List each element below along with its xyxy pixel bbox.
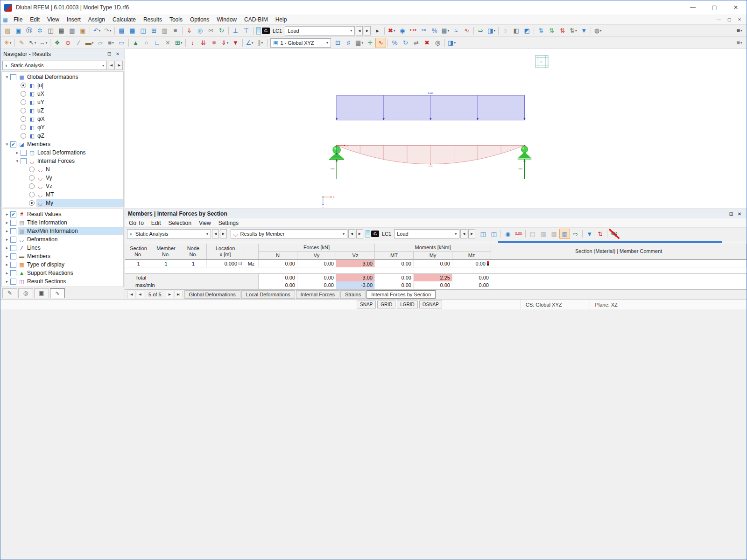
checkbox[interactable]	[10, 253, 16, 259]
option-support-reactions[interactable]: ▸ Support Reactions	[2, 269, 123, 277]
table-cell[interactable]: 0.00	[375, 281, 414, 289]
checkbox[interactable]	[10, 141, 16, 147]
dlubal-account-icon[interactable]: Ⓓ▾	[24, 26, 35, 36]
totals-max-row[interactable]: Total 0.000.003.000.002.250.00	[125, 274, 747, 281]
table-cell[interactable]: 0.00	[297, 260, 336, 267]
navigator-tab-views-icon[interactable]: ▣	[34, 288, 49, 298]
checkbox[interactable]	[10, 220, 16, 226]
printout-report-icon[interactable]: ▥▾	[159, 26, 170, 36]
new-line-icon[interactable]: ∕▾	[73, 38, 84, 48]
results-by-next[interactable]: ▶	[356, 229, 363, 238]
isometric-view-icon[interactable]: ◩▾	[521, 26, 532, 36]
copy-icon[interactable]: ▣▾	[78, 26, 88, 36]
hscrollbar-thumb[interactable]	[498, 241, 722, 243]
panel-toggle-icon[interactable]: ◨▾	[486, 26, 497, 36]
new-model-icon[interactable]: ▣▾	[13, 26, 24, 36]
lc-next-button[interactable]: ▶	[364, 26, 371, 35]
first-page-button[interactable]: |◀	[127, 291, 135, 298]
sort-z-icon[interactable]: ⇅▾	[557, 26, 568, 36]
tree-item-uy[interactable]: uY	[2, 98, 123, 106]
table-cell[interactable]: 0.00	[375, 260, 414, 267]
measure-icon[interactable]: ∠▾	[244, 38, 255, 48]
radio-button[interactable]	[21, 125, 26, 130]
model-view[interactable]: 2.000	[125, 49, 747, 209]
member-load-icon[interactable]: ⇊▾	[198, 38, 209, 48]
col-comment[interactable]: Section (Material) | Member Comment	[491, 244, 747, 259]
delete-results-icon[interactable]: ✖▾	[386, 26, 397, 36]
expander-icon[interactable]: ▸	[4, 220, 10, 225]
analysis-type-combo[interactable]: ◐ Static Analysis ▾	[2, 61, 107, 70]
panel-menu-item[interactable]: Selection	[165, 218, 195, 227]
col-location[interactable]: Location x [m]	[207, 244, 244, 259]
minimize-button[interactable]: —	[682, 0, 704, 14]
radio-button[interactable]	[21, 108, 26, 113]
view-3d-icon[interactable]: ▤▾	[116, 26, 127, 36]
radio-button[interactable]	[21, 91, 26, 97]
expander-icon[interactable]: ▸	[4, 237, 10, 242]
radio-button[interactable]	[21, 99, 26, 105]
rotate-view-icon[interactable]: ↻▾	[400, 38, 411, 48]
menu-item[interactable]: Options	[186, 14, 213, 24]
view-cube[interactable]: -Y	[536, 55, 548, 68]
tree-item-uz[interactable]: uZ	[2, 106, 123, 115]
col-group-moments[interactable]: Moments [kNm]	[375, 244, 491, 252]
plane-snap-icon[interactable]: ♯▾	[343, 38, 354, 48]
menu-item[interactable]: Assign	[85, 14, 109, 24]
filter-table-icon[interactable]: ▼▾	[584, 229, 595, 239]
coordinate-system-status[interactable]: CS: Global XYZ	[521, 300, 567, 309]
section-library-icon[interactable]: ⊥▾	[230, 26, 241, 36]
table-cell[interactable]: 3.00	[336, 274, 375, 281]
col-mt[interactable]: MT	[375, 252, 414, 259]
table-cell[interactable]: 0.00	[414, 260, 452, 267]
extremes-icon[interactable]: ⇅▾	[595, 229, 606, 239]
work-plane-icon[interactable]: ⊡▾	[332, 38, 343, 48]
checkbox[interactable]	[10, 211, 16, 217]
expander-icon[interactable]: ▸	[4, 279, 10, 284]
smoothing-icon[interactable]: ≈▾	[451, 26, 461, 36]
nodal-load-icon[interactable]: ↓▾	[187, 38, 198, 48]
result-diagram-icon[interactable]: ∿▾	[461, 26, 472, 36]
col-node[interactable]: Node No.	[180, 244, 207, 259]
table-tab[interactable]: Global Deformations	[184, 290, 240, 299]
col-group-forces[interactable]: Forces [kN]	[259, 244, 375, 252]
guideline-icon[interactable]: ∥▾	[255, 38, 266, 48]
levels-icon[interactable]: ⊤▾	[241, 26, 252, 36]
checkbox[interactable]	[10, 245, 16, 251]
table-cell[interactable]: 0.00	[297, 274, 336, 281]
expander-icon[interactable]: ▾	[14, 159, 21, 163]
toolbar2-overflow-icon[interactable]: ≡▾	[734, 38, 745, 48]
navigator-header[interactable]: Navigator - Results ⊡ ✕	[0, 49, 125, 59]
table-cell[interactable]: 1	[152, 260, 180, 267]
tree-item-phiz[interactable]: φZ	[2, 132, 123, 140]
snap-toggle-button[interactable]: GRID	[377, 301, 395, 308]
panels-icon[interactable]: ◫▾	[45, 26, 56, 36]
clipping-box-icon[interactable]: ◧▾	[511, 26, 521, 36]
table-cell[interactable]: 0.00	[414, 281, 452, 289]
prev-page-button[interactable]: ◀	[136, 291, 144, 298]
tree-item-internal-forces[interactable]: ▾ Internal Forces	[2, 157, 123, 165]
analysis-next-button[interactable]: ▶	[116, 61, 123, 70]
result-table-icon[interactable]: ▦▾	[440, 26, 451, 36]
tree-item-members[interactable]: ▾ Members	[2, 140, 123, 148]
delete-loads-icon[interactable]: ✖▾	[422, 38, 432, 48]
radio-button[interactable]	[29, 192, 35, 197]
menu-item[interactable]: Results	[140, 14, 166, 24]
toolbar-overflow-icon[interactable]: ≡▾	[734, 26, 745, 36]
titlebar[interactable]: Dlubal RFEM | 6.01.0003 | Model Type 1D.…	[0, 0, 747, 14]
panel-lc-next[interactable]: ▶	[468, 229, 475, 238]
show-results-icon[interactable]: ∿▾	[375, 38, 386, 48]
work-plane-status[interactable]: Plane: XZ	[590, 300, 622, 309]
undo-icon[interactable]: ↶▾	[92, 26, 102, 36]
select-special-icon[interactable]: ◎▾	[432, 38, 443, 48]
snap-toggle-button[interactable]: LGRID	[397, 301, 418, 308]
table-hscrollbar[interactable]	[125, 240, 747, 244]
panel-analysis-prev[interactable]: ◀	[212, 229, 219, 238]
table-cell[interactable]: 0.00	[259, 281, 297, 289]
expander-icon[interactable]: ▸	[4, 229, 10, 233]
dimension-icon[interactable]: ↔▾	[38, 38, 49, 48]
table-view1-icon[interactable]: ▤▾	[527, 229, 538, 239]
col-extreme[interactable]	[244, 244, 259, 259]
col-my[interactable]: My	[414, 252, 452, 259]
radio-button[interactable]	[29, 183, 35, 189]
free-load-icon[interactable]: ⇓▾	[219, 38, 230, 48]
